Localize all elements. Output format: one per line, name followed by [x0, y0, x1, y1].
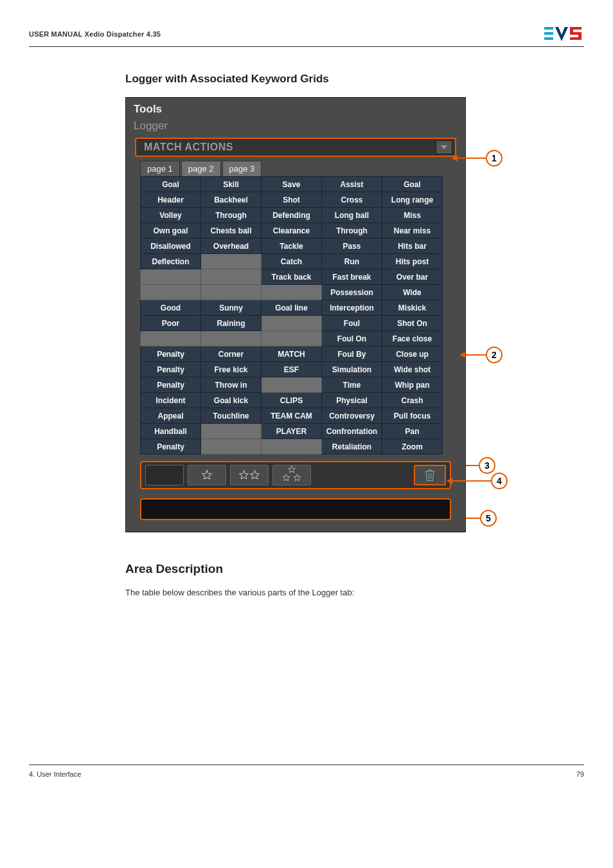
keyword-cell[interactable]: Controversy	[322, 408, 382, 424]
three-star-button[interactable]	[272, 465, 311, 485]
keyword-cell[interactable]: Long range	[382, 192, 443, 208]
keyword-cell[interactable]: Near miss	[382, 223, 443, 239]
page-tab-2[interactable]: page 2	[181, 161, 221, 176]
keyword-cell[interactable]: Poor	[141, 316, 201, 331]
keyword-cell[interactable]: Pan	[382, 424, 443, 439]
keyword-cell[interactable]: Track back	[262, 269, 322, 285]
section-title: Logger with Associated Keyword Grids	[125, 73, 546, 86]
keyword-cell[interactable]: Fast break	[322, 269, 382, 285]
callout-1: 1	[452, 150, 502, 167]
keyword-cell[interactable]: Disallowed	[141, 239, 201, 254]
page-footer: 4. User Interface 79	[29, 764, 584, 778]
keyword-cell[interactable]: Hits bar	[382, 239, 443, 254]
keyword-cell[interactable]: Possession	[322, 285, 382, 300]
keyword-cell[interactable]: TEAM CAM	[262, 408, 322, 424]
keyword-cell[interactable]: Penalty	[141, 362, 201, 377]
keyword-cell[interactable]: Pull focus	[382, 408, 443, 424]
keyword-cell[interactable]: Own goal	[141, 223, 201, 239]
keyword-cell[interactable]: Foul	[322, 316, 382, 331]
two-star-button[interactable]	[230, 465, 269, 485]
keyword-cell[interactable]: Throw in	[201, 377, 262, 393]
color-swatch-button[interactable]	[145, 465, 184, 485]
keyword-cell[interactable]: Goal kick	[201, 393, 262, 408]
keyword-cell[interactable]: Backheel	[201, 192, 262, 208]
keyword-cell	[262, 439, 322, 455]
keyword-cell[interactable]: Wide shot	[382, 362, 443, 377]
page-tab-1[interactable]: page 1	[140, 161, 180, 176]
keyword-cell[interactable]: Goal line	[262, 300, 322, 316]
keyword-cell[interactable]: Crash	[382, 393, 443, 408]
keyword-cell[interactable]: Simulation	[322, 362, 382, 377]
keyword-cell[interactable]: Save	[262, 177, 322, 192]
keyword-cell[interactable]: Close up	[382, 347, 443, 362]
keyword-cell[interactable]: MATCH	[262, 347, 322, 362]
keyword-cell[interactable]: Pass	[322, 239, 382, 254]
keyword-cell[interactable]: Volley	[141, 208, 201, 223]
keyword-cell[interactable]: Face close	[382, 331, 443, 347]
keyword-cell[interactable]: Chests ball	[201, 223, 262, 239]
dropdown-icon[interactable]	[437, 141, 451, 153]
keyword-cell[interactable]: Sunny	[201, 300, 262, 316]
keyword-cell[interactable]: Appeal	[141, 408, 201, 424]
keyword-cell[interactable]: Touchline	[201, 408, 262, 424]
keyword-cell	[141, 285, 201, 300]
keyword-cell[interactable]: Run	[322, 254, 382, 269]
keyword-cell[interactable]: Handball	[141, 424, 201, 439]
keyword-cell[interactable]: Skill	[201, 177, 262, 192]
keyword-cell[interactable]: Penalty	[141, 439, 201, 455]
keyword-cell[interactable]: Confrontation	[322, 424, 382, 439]
keyword-cell	[262, 331, 322, 347]
keyword-cell[interactable]: Clearance	[262, 223, 322, 239]
keyword-cell[interactable]: Shot	[262, 192, 322, 208]
keyword-cell[interactable]: Whip pan	[382, 377, 443, 393]
keyword-cell[interactable]: Penalty	[141, 347, 201, 362]
keyword-cell[interactable]: CLIPS	[262, 393, 322, 408]
keyword-cell[interactable]: Free kick	[201, 362, 262, 377]
keyword-cell[interactable]: Catch	[262, 254, 322, 269]
keyword-cell[interactable]: PLAYER	[262, 424, 322, 439]
keyword-cell	[262, 316, 322, 331]
page-number: 79	[576, 770, 584, 778]
keyword-cell[interactable]: Deflection	[141, 254, 201, 269]
keyword-cell[interactable]: Penalty	[141, 377, 201, 393]
keyword-cell[interactable]: Interception	[322, 300, 382, 316]
keyword-cell[interactable]: Zoom	[382, 439, 443, 455]
keyword-cell[interactable]: Shot On	[382, 316, 443, 331]
callout-5: 5	[466, 510, 497, 527]
keyword-cell[interactable]: Over bar	[382, 269, 443, 285]
one-star-button[interactable]	[188, 465, 226, 485]
keyword-cell[interactable]: Header	[141, 192, 201, 208]
keyword-cell[interactable]: Defending	[262, 208, 322, 223]
keyword-cell[interactable]: Long ball	[322, 208, 382, 223]
keyword-cell[interactable]: ESF	[262, 362, 322, 377]
keyword-cell[interactable]: Retaliation	[322, 439, 382, 455]
keyword-grid-selector[interactable]: MATCH ACTIONS	[135, 138, 456, 157]
keyword-cell[interactable]: Raining	[201, 316, 262, 331]
keyword-cell[interactable]: Incident	[141, 393, 201, 408]
page-tab-3[interactable]: page 3	[222, 161, 262, 176]
keyword-cell[interactable]: Foul By	[322, 347, 382, 362]
keyword-cell[interactable]: Assist	[322, 177, 382, 192]
keyword-cell[interactable]: Overhead	[201, 239, 262, 254]
page-header: USER MANUAL Xedio Dispatcher 4.35	[29, 26, 584, 47]
keyword-cell[interactable]: Corner	[201, 347, 262, 362]
svg-rect-0	[544, 27, 553, 30]
keyword-cell[interactable]: Foul On	[322, 331, 382, 347]
keyword-cell[interactable]: Physical	[322, 393, 382, 408]
keyword-cell[interactable]: Goal	[141, 177, 201, 192]
keyword-cell[interactable]: Wide	[382, 285, 443, 300]
keyword-cell[interactable]: Cross	[322, 192, 382, 208]
keyword-cell[interactable]: Miss	[382, 208, 443, 223]
keyword-input[interactable]	[140, 498, 451, 520]
keyword-cell[interactable]: Tackle	[262, 239, 322, 254]
keyword-cell[interactable]: Goal	[382, 177, 443, 192]
rating-bar	[140, 461, 451, 489]
keyword-cell[interactable]: Good	[141, 300, 201, 316]
area-description-text: The table below describes the various pa…	[125, 588, 546, 597]
keyword-cell[interactable]: Time	[322, 377, 382, 393]
keyword-cell[interactable]: Miskick	[382, 300, 443, 316]
keyword-cell[interactable]: Through	[201, 208, 262, 223]
keyword-cell[interactable]: Through	[322, 223, 382, 239]
keyword-cell[interactable]: Hits post	[382, 254, 443, 269]
trash-button[interactable]	[414, 465, 446, 485]
